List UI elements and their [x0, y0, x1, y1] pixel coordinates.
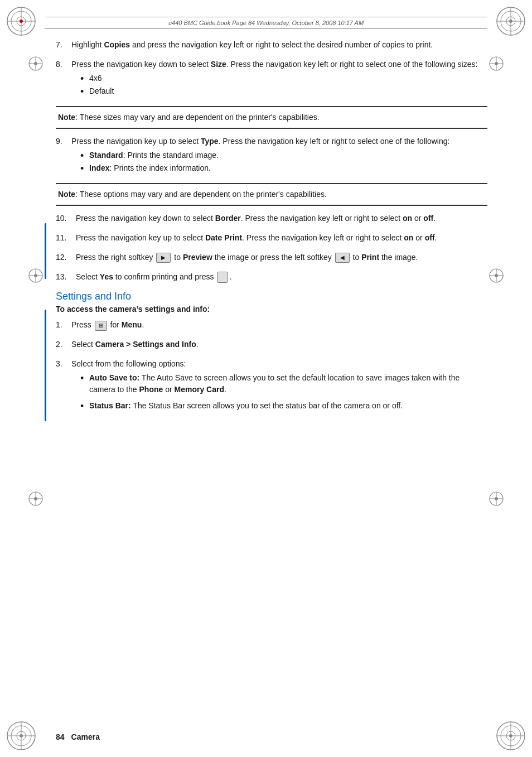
list-num-11: 11.: [56, 232, 76, 244]
note-box-1: Note: These sizes may vary and are depen…: [56, 106, 487, 129]
section-subheading: To access the camera’s settings and info…: [56, 305, 487, 314]
nav-circle-left-top: [28, 56, 43, 71]
bullet-dot: •: [80, 163, 89, 173]
note-box-2: Note: These options may vary and are dep…: [56, 183, 487, 206]
bullet-list-8: • 4x6 • Default: [80, 73, 487, 97]
nav-circle-right-top: [489, 56, 504, 71]
list-item-10: 10. Press the navigation key down to sel…: [56, 213, 487, 224]
bullet-dot: •: [80, 151, 89, 161]
bullet-item-index: • Index: Prints the index information.: [80, 162, 487, 174]
left-softkey-icon: ◀: [335, 253, 350, 263]
list-item-11: 11. Press the navigation key up to selec…: [56, 232, 487, 244]
left-accent-2: [45, 310, 46, 421]
section-step-2: 2. Select Camera > Settings and Info.: [56, 339, 487, 350]
svg-point-17: [20, 734, 23, 737]
list-item-13: 13. Select Yes to confirm printing and p…: [56, 271, 487, 283]
nav-circle-right-mid: [489, 268, 504, 283]
svg-point-47: [495, 497, 498, 500]
section-step-content-2: Select Camera > Settings and Info.: [71, 339, 487, 350]
corner-decoration-tl: [4, 4, 38, 38]
bullet-item-autosave: • Auto Save to: The Auto Save to screen …: [80, 372, 487, 396]
section-step-num-2: 2.: [56, 339, 71, 350]
list-item-12: 12. Press the right softkey ▶ to Preview…: [56, 252, 487, 263]
list-num-8: 8.: [56, 59, 71, 98]
svg-point-5: [20, 20, 23, 23]
bullet-dot: •: [80, 401, 89, 411]
list-num-10: 10.: [56, 213, 76, 224]
page-number: 84: [56, 732, 65, 741]
list-num-7: 7.: [56, 39, 71, 51]
list-content-9: Press the navigation key up to select Ty…: [71, 136, 487, 175]
list-content-13: Select Yes to confirm printing and press…: [76, 271, 487, 283]
section-step-num-3: 3.: [56, 358, 71, 413]
bullet-item-default: • Default: [80, 85, 487, 97]
svg-point-23: [509, 734, 512, 737]
bullet-item-standard: • Standard: Prints the standard image.: [80, 150, 487, 161]
list-item-9: 9. Press the navigation key up to select…: [56, 136, 487, 175]
list-item-7: 7. Highlight Copies and press the naviga…: [56, 39, 487, 51]
list-content-10: Press the navigation key down to select …: [76, 213, 487, 224]
section-step-1: 1. Press ⊞ for Menu.: [56, 319, 487, 331]
bullet-item-4x6: • 4x6: [80, 73, 487, 84]
section-bullet-list: • Auto Save to: The Auto Save to screen …: [80, 372, 487, 412]
list-num-13: 13.: [56, 271, 76, 283]
section-heading: Settings and Info: [56, 291, 487, 302]
right-softkey-icon: ▶: [156, 253, 171, 263]
nav-circle-right-bot: [489, 491, 504, 507]
list-content-7: Highlight Copies and press the navigatio…: [71, 39, 487, 51]
section-step-content-1: Press ⊞ for Menu.: [71, 319, 487, 331]
left-accent-1: [45, 223, 46, 279]
section-step-content-3: Select from the following options: • Aut…: [71, 358, 487, 413]
list-content-8: Press the navigation key down to select …: [71, 59, 487, 98]
list-content-12: Press the right softkey ▶ to Preview the…: [76, 252, 487, 263]
menu-icon: ⊞: [95, 321, 107, 331]
page-footer: 84 Camera: [56, 732, 487, 741]
list-content-11: Press the navigation key up to select Da…: [76, 232, 487, 244]
svg-point-11: [509, 20, 512, 23]
list-num-9: 9.: [56, 136, 71, 175]
bullet-text-standard: Standard: Prints the standard image.: [89, 150, 219, 161]
svg-point-31: [495, 62, 498, 65]
bullet-text-default: Default: [89, 85, 114, 97]
header-bar: u440 BMC Guide.book Page 84 Wednesday, O…: [45, 17, 487, 29]
bullet-text-4x6: 4x6: [89, 73, 102, 84]
section-step-3: 3. Select from the following options: • …: [56, 358, 487, 413]
bullet-text-index: Index: Prints the index information.: [89, 162, 211, 174]
nav-circle-left-mid: [28, 268, 43, 283]
svg-point-39: [495, 274, 498, 277]
corner-decoration-br: [494, 719, 528, 753]
list-item-8: 8. Press the navigation key down to sele…: [56, 59, 487, 98]
corner-decoration-bl: [4, 719, 38, 753]
list-num-12: 12.: [56, 252, 76, 263]
bullet-dot: •: [80, 86, 89, 97]
bullet-dot: •: [80, 373, 89, 383]
svg-point-27: [34, 62, 37, 65]
svg-point-35: [34, 274, 37, 277]
bullet-item-statusbar: • Status Bar: The Status Bar screen allo…: [80, 400, 487, 412]
bullet-dot: •: [80, 74, 89, 84]
bullet-list-9: • Standard: Prints the standard image. •…: [80, 150, 487, 174]
bullet-text-autosave: Auto Save to: The Auto Save to screen al…: [89, 372, 487, 396]
svg-point-43: [34, 497, 37, 500]
header-text: u440 BMC Guide.book Page 84 Wednesday, O…: [168, 20, 364, 26]
main-content: 7. Highlight Copies and press the naviga…: [56, 39, 487, 724]
section-step-num-1: 1.: [56, 319, 71, 331]
footer-label: Camera: [71, 732, 100, 741]
corner-decoration-tr: [494, 4, 528, 38]
nav-circle-left-bot: [28, 491, 43, 507]
ok-button-icon: [217, 272, 228, 283]
bullet-text-statusbar: Status Bar: The Status Bar screen allows…: [89, 400, 403, 412]
